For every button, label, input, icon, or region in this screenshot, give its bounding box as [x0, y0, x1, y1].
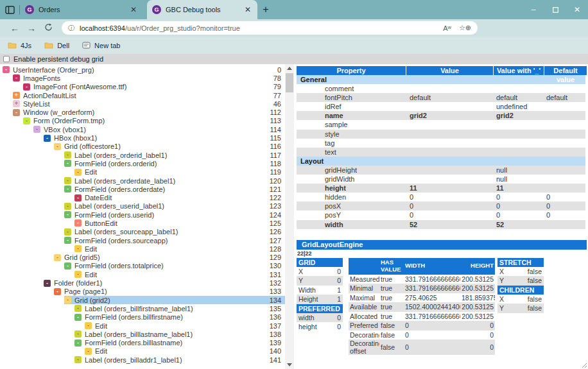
property-row[interactable]: sample [297, 120, 585, 129]
tree-row[interactable]: +ActionDefaultList77 [0, 91, 285, 99]
property-row[interactable]: comment [297, 84, 585, 93]
tree-row[interactable]: -Grid (grid2)134 [0, 296, 285, 304]
tree-node-icon[interactable]: - [54, 254, 61, 261]
tree-row[interactable]: -Label (orders_sourceapp_label1)126 [0, 228, 285, 236]
tree-node-icon[interactable]: - [64, 262, 71, 270]
property-row[interactable]: hidden000 [297, 193, 585, 202]
resize-grip-icon[interactable] [581, 362, 587, 368]
tree-node-icon[interactable]: - [13, 109, 20, 116]
tree-node-icon[interactable]: - [23, 117, 30, 124]
read-aloud-icon[interactable]: Aʷ [443, 24, 451, 32]
new-tab-button[interactable]: + [257, 0, 274, 19]
tree-row[interactable]: -ImageFont (FontAwesome.ttf)79 [0, 83, 285, 91]
minimize-button[interactable]: – [523, 0, 544, 19]
property-row[interactable]: posX000 [297, 202, 585, 210]
tree-node-icon[interactable]: - [13, 74, 20, 82]
tree-row[interactable]: -Label (orders_orderdate_label1)120 [0, 176, 285, 185]
tree-row[interactable]: -Folder (folder1)132 [0, 279, 285, 287]
tree-row[interactable]: -ImageFonts78 [0, 74, 285, 82]
tree-node-icon[interactable]: - [74, 330, 82, 338]
tree-row[interactable]: -VBox (vbox1)114 [0, 125, 285, 133]
tree-node-icon[interactable]: - [74, 271, 82, 278]
scroll-down-icon[interactable] [285, 361, 294, 369]
tree-row[interactable]: -FormField (orders.billlastname)139 [0, 339, 285, 347]
tree-node-icon[interactable]: - [64, 296, 71, 304]
tree-node-icon[interactable]: - [85, 322, 92, 329]
tree-row[interactable]: -Edit131 [0, 270, 285, 279]
property-row[interactable]: height1111 [297, 184, 585, 193]
tree-row[interactable]: -Edit140 [0, 347, 285, 356]
tree-node-icon[interactable]: - [3, 66, 10, 73]
property-row[interactable]: fontPitchdefaultdefaultdefault [297, 93, 585, 102]
tree-row[interactable]: -FormField (orders.billfirstname)136 [0, 313, 285, 322]
tree-row[interactable]: -Page (page1)133 [0, 287, 285, 296]
tree-row[interactable]: -HBox (hbox1)115 [0, 133, 285, 142]
tab-close-icon[interactable]: ✕ [243, 5, 252, 14]
tree-node-icon[interactable]: - [74, 356, 82, 363]
tree-row[interactable]: -FormField (orders.sourceapp)127 [0, 236, 285, 245]
tree-node-icon[interactable]: - [74, 339, 82, 347]
tree-row[interactable]: -ButtonEdit125 [0, 219, 285, 227]
property-row[interactable]: text [297, 148, 585, 157]
property-row[interactable]: gridWidthnull [297, 175, 585, 184]
tree-row[interactable]: -Grid (grid5)129 [0, 253, 285, 262]
back-button[interactable]: ← [6, 23, 23, 33]
tab-gbc-debug-tools[interactable]: G GBC Debug tools ✕ [147, 0, 257, 19]
tree-node-icon[interactable]: - [64, 228, 71, 236]
tab-actions-button[interactable] [0, 0, 19, 19]
tree-node-icon[interactable]: + [13, 92, 20, 99]
property-row[interactable]: width5252 [297, 220, 585, 229]
tree-node-icon[interactable]: - [64, 160, 71, 167]
property-row[interactable]: namegrid2grid2 [297, 111, 585, 120]
maximize-button[interactable] [544, 0, 566, 19]
tree-node-icon[interactable]: - [64, 237, 71, 244]
tree-row[interactable]: -Grid (officestore1)116 [0, 142, 285, 151]
tree-node-icon[interactable]: - [54, 288, 61, 295]
tree-node-icon[interactable]: - [64, 203, 71, 210]
tree-row[interactable]: -Label (orders_userid_label1)123 [0, 202, 285, 210]
tree-row[interactable]: -Edit128 [0, 245, 285, 253]
persistent-debug-grid-checkbox[interactable] [3, 56, 10, 62]
tree-node-icon[interactable]: - [74, 245, 82, 252]
tree-node-icon[interactable]: - [23, 83, 30, 90]
tree-row[interactable]: -Label (orders_billlastname_label1)138 [0, 330, 285, 338]
tree-node-icon[interactable]: - [54, 143, 61, 150]
tab-orders[interactable]: G Orders ✕ [20, 0, 143, 19]
tree-row[interactable]: -Label (orders_billaddr1_label1)141 [0, 356, 285, 364]
tree-node-icon[interactable]: - [74, 305, 82, 312]
address-bar[interactable]: ⓘ localhost:6394 /ua/r/Order_prg_studio?… [62, 21, 478, 35]
tree-node-icon[interactable]: - [33, 126, 40, 133]
scroll-up-icon[interactable] [285, 64, 294, 73]
tree-row[interactable]: -DateEdit122 [0, 193, 285, 202]
close-button[interactable]: ✕ [566, 0, 588, 19]
tree-node-icon[interactable]: - [74, 314, 82, 321]
tree-row[interactable]: -Form (OrderForm.tmp)113 [0, 117, 285, 125]
tree-row[interactable]: +StyleList46 [0, 99, 285, 108]
site-info-icon[interactable]: ⓘ [68, 24, 74, 33]
tree-row[interactable]: -Label (orders_billfirstname_label1)135 [0, 304, 285, 313]
property-row[interactable]: gridHeightnull [297, 166, 585, 175]
property-row[interactable]: style [297, 130, 585, 139]
tree-row[interactable]: -FormField (orders.userid)124 [0, 210, 285, 219]
favorites-icon[interactable]: ☆⊕ [459, 24, 471, 32]
scrollbar-thumb[interactable] [286, 73, 293, 92]
bookmark-folder-4js[interactable]: 4Js [8, 42, 31, 49]
tree-node-icon[interactable]: - [44, 280, 51, 287]
tree-node-icon[interactable]: - [74, 194, 82, 202]
tree-node-icon[interactable]: - [64, 151, 71, 159]
bookmark-new-tab[interactable]: New tab [82, 42, 120, 49]
forward-button[interactable]: → [23, 23, 40, 33]
tree-node-icon[interactable]: - [64, 177, 71, 184]
tree-node-icon[interactable]: + [13, 100, 20, 107]
tree-row[interactable]: -Label (orders_orderid_label1)117 [0, 151, 285, 159]
tree-row[interactable]: -Window (w_orderform)112 [0, 108, 285, 116]
tree-row[interactable]: -FormField (orders.orderid)118 [0, 159, 285, 167]
tree-node-icon[interactable]: - [85, 348, 92, 355]
tree-row[interactable]: -Edit137 [0, 322, 285, 330]
bookmark-folder-dell[interactable]: Dell [44, 42, 69, 49]
tree-row[interactable]: -UserInterface (Order_prg)0 [0, 65, 285, 74]
property-row[interactable]: posY000 [297, 210, 585, 219]
property-row[interactable]: idRefundefined [297, 102, 585, 111]
tree-node-icon[interactable]: - [44, 135, 51, 142]
refresh-button[interactable] [40, 23, 56, 33]
